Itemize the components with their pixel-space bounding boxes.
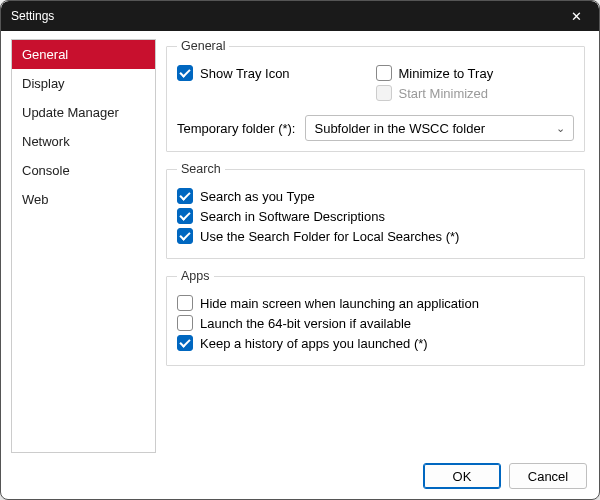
checkbox-launch-64[interactable]: [177, 315, 193, 331]
sidebar-item-display[interactable]: Display: [12, 69, 155, 98]
content-panel: General Show Tray Icon Minimize to Tray: [166, 39, 589, 453]
dialog-body: General Display Update Manager Network C…: [1, 31, 599, 453]
checkbox-label: Keep a history of apps you launched (*): [200, 336, 428, 351]
checkbox-row-search-in-descriptions[interactable]: Search in Software Descriptions: [177, 208, 574, 224]
group-general: General Show Tray Icon Minimize to Tray: [166, 39, 585, 152]
checkbox-row-use-search-folder[interactable]: Use the Search Folder for Local Searches…: [177, 228, 574, 244]
sidebar-item-network[interactable]: Network: [12, 127, 155, 156]
checkbox-keep-history[interactable]: [177, 335, 193, 351]
checkbox-label: Launch the 64-bit version if available: [200, 316, 411, 331]
sidebar-item-general[interactable]: General: [12, 40, 155, 69]
settings-window: Settings ✕ General Display Update Manage…: [0, 0, 600, 500]
titlebar: Settings ✕: [1, 1, 599, 31]
checkbox-label: Start Minimized: [399, 86, 489, 101]
checkbox-row-show-tray-icon[interactable]: Show Tray Icon: [177, 65, 376, 81]
ok-button[interactable]: OK: [423, 463, 501, 489]
temp-folder-row: Temporary folder (*): Subfolder in the W…: [177, 115, 574, 141]
checkbox-start-minimized: [376, 85, 392, 101]
checkbox-label: Hide main screen when launching an appli…: [200, 296, 479, 311]
sidebar-item-label: Update Manager: [22, 105, 119, 120]
sidebar-item-web[interactable]: Web: [12, 185, 155, 214]
checkbox-label: Minimize to Tray: [399, 66, 494, 81]
checkbox-row-launch-64[interactable]: Launch the 64-bit version if available: [177, 315, 574, 331]
checkbox-row-keep-history[interactable]: Keep a history of apps you launched (*): [177, 335, 574, 351]
dialog-footer: OK Cancel: [1, 453, 599, 499]
sidebar-item-update-manager[interactable]: Update Manager: [12, 98, 155, 127]
group-apps: Apps Hide main screen when launching an …: [166, 269, 585, 366]
checkbox-show-tray-icon[interactable]: [177, 65, 193, 81]
checkbox-label: Search as you Type: [200, 189, 315, 204]
window-title: Settings: [11, 9, 54, 23]
select-value: Subfolder in the WSCC folder: [314, 121, 485, 136]
sidebar-item-console[interactable]: Console: [12, 156, 155, 185]
checkbox-minimize-to-tray[interactable]: [376, 65, 392, 81]
temp-folder-label: Temporary folder (*):: [177, 121, 295, 136]
checkbox-row-minimize-to-tray[interactable]: Minimize to Tray: [376, 65, 575, 81]
checkbox-row-search-as-you-type[interactable]: Search as you Type: [177, 188, 574, 204]
sidebar-item-label: General: [22, 47, 68, 62]
checkbox-use-search-folder[interactable]: [177, 228, 193, 244]
group-legend: Search: [177, 162, 225, 176]
sidebar: General Display Update Manager Network C…: [11, 39, 156, 453]
sidebar-item-label: Network: [22, 134, 70, 149]
checkbox-row-start-minimized: Start Minimized: [376, 85, 575, 101]
checkbox-search-in-descriptions[interactable]: [177, 208, 193, 224]
sidebar-item-label: Display: [22, 76, 65, 91]
group-search: Search Search as you Type Search in Soft…: [166, 162, 585, 259]
checkbox-row-hide-main[interactable]: Hide main screen when launching an appli…: [177, 295, 574, 311]
cancel-button[interactable]: Cancel: [509, 463, 587, 489]
group-legend: General: [177, 39, 229, 53]
close-icon: ✕: [571, 9, 582, 24]
sidebar-item-label: Web: [22, 192, 49, 207]
checkbox-hide-main[interactable]: [177, 295, 193, 311]
checkbox-search-as-you-type[interactable]: [177, 188, 193, 204]
sidebar-item-label: Console: [22, 163, 70, 178]
checkbox-label: Search in Software Descriptions: [200, 209, 385, 224]
checkbox-label: Show Tray Icon: [200, 66, 290, 81]
close-button[interactable]: ✕: [554, 1, 599, 31]
group-legend: Apps: [177, 269, 214, 283]
chevron-down-icon: ⌄: [556, 122, 565, 135]
temp-folder-select[interactable]: Subfolder in the WSCC folder ⌄: [305, 115, 574, 141]
checkbox-label: Use the Search Folder for Local Searches…: [200, 229, 459, 244]
